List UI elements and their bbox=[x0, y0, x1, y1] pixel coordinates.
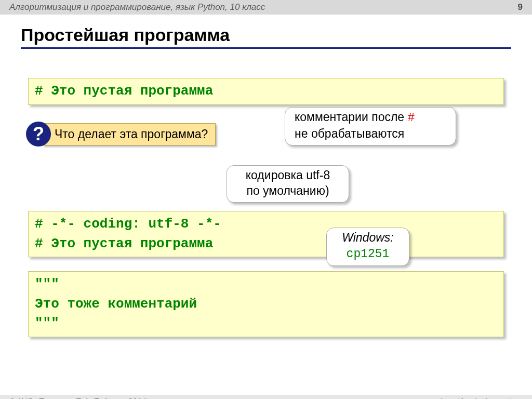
callout-hash-l1a: комментарии после bbox=[295, 110, 408, 124]
footer-bar: © К.Ю. Поляков, Е.А. Ерёмин, 2014 http:/… bbox=[0, 395, 532, 399]
slide-body: Простейшая программа # Это пустая програ… bbox=[0, 25, 532, 395]
header-bar: Алгоритмизация и программирование, язык … bbox=[0, 0, 532, 15]
callout-windows: Windows: cp1251 bbox=[326, 228, 409, 266]
code3-line1: """ bbox=[35, 276, 59, 292]
callout-win-l2: cp1251 bbox=[347, 247, 390, 261]
hash-symbol: # bbox=[408, 111, 415, 125]
course-title: Алгоритмизация и программирование, язык … bbox=[9, 2, 265, 12]
question-text-box: Что делает эта программа? bbox=[43, 123, 216, 145]
question-row: ? Что делает эта программа? bbox=[26, 122, 216, 147]
callout-utf-l2: по умолчанию) bbox=[246, 184, 329, 197]
callout-win-l1: Windows: bbox=[342, 231, 394, 244]
code3-line2: Это тоже комментарий bbox=[35, 296, 197, 312]
callout-utf-l1: кодировка utf-8 bbox=[246, 168, 330, 182]
callout-utf8: кодировка utf-8 по умолчанию) bbox=[227, 165, 349, 203]
code3-line3: """ bbox=[35, 315, 59, 331]
code-box-1: # Это пустая программа bbox=[28, 78, 504, 105]
page-number: 9 bbox=[518, 2, 523, 12]
callout-hash-comments: комментарии после # не обрабатываются bbox=[285, 107, 456, 145]
code2-line1: # -*- coding: utf-8 -*- bbox=[35, 216, 221, 232]
question-mark-icon: ? bbox=[26, 122, 51, 147]
code2-line2: # Это пустая программа bbox=[35, 236, 213, 251]
code1-line1: # Это пустая программа bbox=[35, 83, 213, 99]
code-box-2: # -*- coding: utf-8 -*- # Это пустая про… bbox=[28, 211, 504, 257]
slide-title: Простейшая программа bbox=[21, 25, 511, 49]
callout-hash-l2: не обрабатываются bbox=[295, 127, 404, 140]
code-box-3: """ Это тоже комментарий """ bbox=[28, 271, 504, 337]
